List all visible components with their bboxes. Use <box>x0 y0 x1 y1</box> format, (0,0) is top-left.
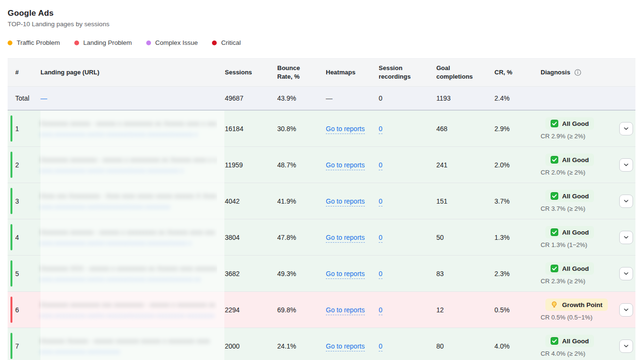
row-number: 1 <box>15 125 19 133</box>
legend-dot-complex-issue <box>146 41 151 45</box>
total-bounce-rate: 43.9% <box>270 94 318 102</box>
bounce-rate-value: 49.3% <box>270 270 318 278</box>
total-landing-dash: — <box>33 94 217 102</box>
page-header: Google Ads TOP-10 Landing pages by sessi… <box>0 0 644 46</box>
sessions-value: 3682 <box>217 270 270 278</box>
landing-url-link-blurred[interactable]: xxxx.xxxxxxxxxx.xxx/xx-xxxxxxx/xxxxx-xxx… <box>40 276 201 283</box>
cr-note: CR 1.3% (1−2%) <box>541 241 587 248</box>
row-number: 3 <box>15 197 19 205</box>
diagnosis-badge-label: All Good <box>562 338 589 345</box>
diagnosis-badge-label: Growth Point <box>562 301 603 309</box>
landing-url-link-blurred[interactable]: xxxx.xxxxxxxxxx.xxx/xx-xxxxxxx/xxxxx-xxx… <box>40 167 183 174</box>
diagnosis-badge: All Good <box>545 190 594 202</box>
landing-title-blurred[interactable]: Xxxxxxxx xxxxxx - xxxxxx x xxxxxxxxx xx … <box>40 120 217 127</box>
severity-bar-ok <box>10 152 12 178</box>
go-to-reports-link[interactable]: Go to reports <box>326 306 365 315</box>
expand-row-button[interactable] <box>619 267 633 280</box>
checkbox-check-icon <box>551 337 558 345</box>
sessions-value: 2294 <box>217 306 270 314</box>
table-row-5: 5 Xxxxxxxx XXX - xxxxxx x xxxxxxxxx xx X… <box>8 256 635 292</box>
total-heatmaps-dash: — <box>318 94 371 102</box>
diagnosis-info-icon[interactable] <box>574 69 582 76</box>
diagnosis-badge-label: All Good <box>562 265 589 272</box>
table-row-1: 1 Xxxxxxxx xxxxxx - xxxxxx x xxxxxxxxx x… <box>8 111 635 147</box>
recordings-count-link[interactable]: 0 <box>379 306 382 315</box>
goal-completions-value: 241 <box>429 161 487 169</box>
landing-page-cell: Xxxxxxxx xxxxxxxxx xxx xxxxxxxxx - xxxxx… <box>33 292 217 328</box>
column-header-cr: CR, % <box>487 68 533 77</box>
chevron-down-icon <box>623 270 630 277</box>
goal-completions-value: 80 <box>429 342 487 350</box>
table-row-7: 7 Xxxxxxx Xxxxxx - xxxxxx xxxxxxx xxxxxx… <box>8 328 635 360</box>
legend-item-traffic-problem: Traffic Problem <box>8 39 60 46</box>
severity-bar-ok <box>10 260 12 287</box>
landing-title-blurred[interactable]: Xxxxxxx Xxxxxx - xxxxxx xxxxxxx xxxxxx x… <box>40 337 217 345</box>
recordings-count-link[interactable]: 0 <box>379 125 382 134</box>
landing-title-blurred[interactable]: Xxxx xxx Xxxxxxxxx - Xxxx xxxx xxxxx xxx… <box>40 192 217 200</box>
recordings-count-link[interactable]: 0 <box>379 342 382 351</box>
recordings-count-link[interactable]: 0 <box>379 197 382 206</box>
go-to-reports-link[interactable]: Go to reports <box>326 270 365 279</box>
go-to-reports-link[interactable]: Go to reports <box>326 342 365 351</box>
landing-url-link-blurred[interactable]: xxxx.xxxxxxxxxx.xxx/xx-xxxxxxx/xxxxx-xxx… <box>40 131 198 138</box>
checkbox-check-icon <box>551 120 558 127</box>
checkbox-check-icon <box>551 192 558 200</box>
cr-note: CR 4.0% (≥ 2%) <box>541 350 585 357</box>
bounce-rate-value: 30.8% <box>270 125 318 133</box>
checkbox-check-icon <box>551 228 558 236</box>
checkbox-check-icon <box>551 156 558 164</box>
landing-pages-table: # Landing page (URL) Sessions Bounce Rat… <box>8 58 635 360</box>
go-to-reports-link[interactable]: Go to reports <box>326 197 365 206</box>
landing-title-blurred[interactable]: Xxxxxxxx XXX - xxxxxx x xxxxxxxxx xx Xxx… <box>40 265 217 272</box>
recordings-count-link[interactable]: 0 <box>379 234 382 243</box>
landing-page-cell: Xxxx xxx Xxxxxxxxx - Xxxx xxxx xxxxx xxx… <box>33 183 217 219</box>
bounce-rate-value: 47.8% <box>270 234 318 241</box>
lightbulb-icon <box>551 301 558 309</box>
landing-url-link-blurred[interactable]: xxxx.xxxxxxxxxx.xxx/xxxxxxx <box>40 348 120 355</box>
bounce-rate-value: 24.1% <box>270 342 318 350</box>
table-row-6: 6 Xxxxxxxx xxxxxxxxx xxx xxxxxxxxx - xxx… <box>8 292 635 328</box>
chevron-down-icon <box>623 161 630 168</box>
go-to-reports-link[interactable]: Go to reports <box>326 234 365 243</box>
expand-row-button[interactable] <box>619 303 633 317</box>
chevron-down-icon <box>623 234 630 241</box>
landing-url-link-blurred[interactable]: xxxx.xxxxxxxxxx.xxx/xx-xxxxxxx/xxxxxxxx-… <box>40 312 214 319</box>
landing-page-cell: Xxxxxxxx XXX - xxxxxx x xxxxxxxxx xx Xxx… <box>33 256 217 291</box>
legend-item-complex-issue: Complex Issue <box>146 39 198 46</box>
landing-title-blurred[interactable]: Xxxxxxxx xxxxxxxxx xxx xxxxxxxxx - xxxxx… <box>40 301 217 309</box>
column-header-number: # <box>8 68 33 77</box>
sessions-value: 11959 <box>217 161 270 169</box>
severity-bar-ok <box>10 224 12 250</box>
total-row: Total — 49687 43.9% — 0 1193 2.4% <box>8 87 635 111</box>
sessions-value: 16184 <box>217 125 270 133</box>
diagnosis-badge: All Good <box>545 335 594 347</box>
go-to-reports-link[interactable]: Go to reports <box>326 125 365 134</box>
sessions-value: 3804 <box>217 234 270 241</box>
landing-url-link-blurred[interactable]: xxxx.xxxxxxxxxx.xxx/xx-xxxxxxx/xxxxx-xxx… <box>40 239 191 247</box>
column-header-goal-completions: Goal completions <box>429 64 487 81</box>
landing-title-blurred[interactable]: Xxxxxxxx xxxxxxx - xxxxxx x xxxxxxxxx xx… <box>40 228 217 236</box>
cr-value: 4.0% <box>487 342 533 350</box>
total-cr: 2.4% <box>487 94 533 102</box>
recordings-count-link[interactable]: 0 <box>379 161 382 170</box>
legend-item-critical: Critical <box>212 39 241 46</box>
total-sessions: 49687 <box>217 94 270 102</box>
expand-row-button[interactable] <box>619 195 633 208</box>
landing-page-cell: Xxxxxxxx xxxxxxx - xxxxxx x xxxxxxxxx xx… <box>33 219 217 255</box>
diagnosis-badge-label: All Good <box>562 193 589 200</box>
table-header-row: # Landing page (URL) Sessions Bounce Rat… <box>8 59 635 87</box>
row-number: 4 <box>15 234 19 241</box>
column-header-diagnosis: Diagnosis <box>533 68 612 77</box>
landing-url-link-blurred[interactable]: xxxx.xxxxxxxxxx.xxx/xxxxxxxxx/xxxxx-xxxx… <box>40 203 170 210</box>
recordings-count-link[interactable]: 0 <box>379 270 382 279</box>
go-to-reports-link[interactable]: Go to reports <box>326 161 365 170</box>
expand-row-button[interactable] <box>619 339 633 353</box>
cr-value: 0.5% <box>487 306 533 314</box>
column-header-bounce-rate: Bounce Rate, % <box>270 64 318 81</box>
expand-row-button[interactable] <box>619 158 633 172</box>
table-row-3: 3 Xxxx xxx Xxxxxxxxx - Xxxx xxxx xxxxx x… <box>8 183 635 219</box>
expand-row-button[interactable] <box>619 231 633 244</box>
goal-completions-value: 83 <box>429 270 487 278</box>
expand-row-button[interactable] <box>619 122 633 135</box>
landing-title-blurred[interactable]: Xxxxxxxx xxxxxxxx - xxxxxx x xxxxxxxxx x… <box>40 156 217 164</box>
